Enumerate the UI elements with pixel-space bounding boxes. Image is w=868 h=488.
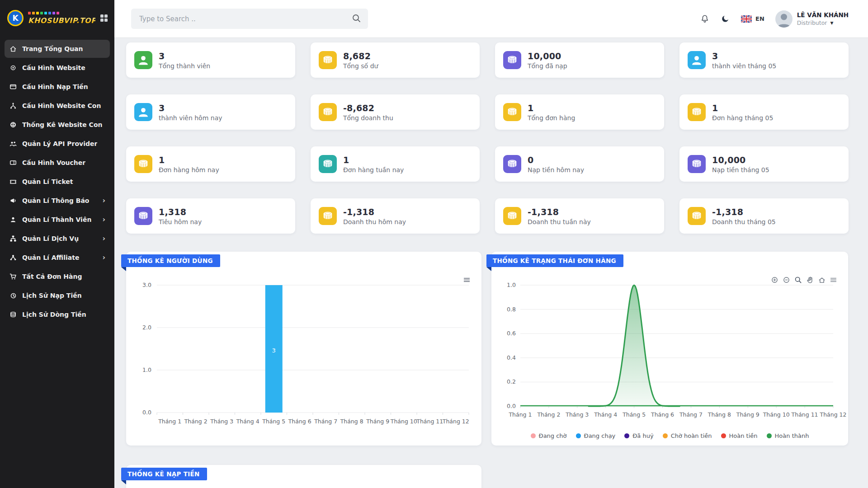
stat-label: Tổng số dư	[343, 62, 378, 70]
legend-item[interactable]: Hoàn tiền	[721, 432, 758, 439]
sidebar-item-14[interactable]: Lịch Sử Dòng Tiền	[5, 305, 110, 324]
chevron-right-icon: ›	[102, 197, 105, 204]
stat-card-2: 10,000Tổng đã nạp	[495, 42, 664, 78]
stat-label: thành viên hôm nay	[159, 114, 222, 122]
svg-text:Tháng 9: Tháng 9	[736, 411, 760, 418]
sidebar-item-label: Cấu Hình Website	[22, 64, 85, 71]
zoom-out-icon[interactable]	[783, 276, 790, 284]
sidebar-item-8[interactable]: Quản Lí Thông Báo›	[5, 192, 110, 210]
sidebar-item-9[interactable]: Quản Lí Thành Viên›	[5, 211, 110, 229]
coin-icon	[688, 103, 706, 121]
legend-label: Đang chạy	[584, 432, 616, 439]
legend-marker	[663, 433, 668, 438]
sidebar-item-3[interactable]: Cấu Hình Website Con	[5, 97, 110, 115]
reset-home-icon[interactable]	[818, 276, 826, 284]
stat-card-11: 10,000Nạp tiền tháng 05	[679, 146, 849, 182]
svg-text:Tháng 11: Tháng 11	[791, 411, 818, 418]
language-selector[interactable]: EN	[741, 15, 764, 23]
sidebar-item-13[interactable]: Lịch Sử Nạp Tiền	[5, 286, 110, 305]
stat-value: 0	[528, 155, 584, 165]
legend-item[interactable]: Đang chạy	[576, 432, 616, 439]
svg-text:Tháng 7: Tháng 7	[679, 411, 703, 418]
selection-zoom-icon[interactable]	[794, 276, 802, 284]
users-chart-title-ribbon: THỐNG KÊ NGƯỜI DÙNG	[121, 254, 220, 267]
stat-value: -1,318	[343, 207, 406, 217]
svg-text:Tháng 6: Tháng 6	[288, 418, 311, 425]
sidebar-item-label: Quản Lí Thành Viên	[22, 216, 91, 223]
user-menu[interactable]: LÊ VĂN KHÁNH Distributor ▼	[775, 10, 849, 28]
user-name: LÊ VĂN KHÁNH	[797, 11, 849, 19]
svg-text:Tháng 5: Tháng 5	[622, 411, 646, 418]
stat-card-13: -1,318Doanh thu hôm nay	[311, 198, 480, 234]
legend-label: Đã huỷ	[632, 432, 653, 439]
charts-row: THỐNG KÊ NGƯỜI DÙNG 0.01.02.03.0Tháng 1T…	[126, 252, 849, 446]
legend-item[interactable]: Đang chờ	[531, 432, 567, 439]
sidebar-item-2[interactable]: Cấu Hình Nạp Tiền	[5, 78, 110, 96]
sidebar-item-label: Lịch Sử Nạp Tiền	[22, 292, 82, 299]
svg-text:3.0: 3.0	[142, 282, 151, 288]
stat-card-7: 1Đơn hàng tháng 05	[679, 94, 849, 130]
search-icon	[352, 14, 361, 24]
legend-item[interactable]: Chờ hoàn tiền	[663, 432, 712, 439]
stat-value: -1,318	[528, 207, 591, 217]
stat-value: -1,318	[712, 207, 776, 217]
topbar-actions: EN LÊ VĂN KHÁNH Distributor ▼	[700, 10, 849, 28]
sidebar-item-4[interactable]: Thống Kê Website Con	[5, 116, 110, 134]
apps-grid-icon[interactable]	[100, 14, 108, 22]
search-input[interactable]	[139, 15, 348, 23]
stat-label: Đơn hàng tháng 05	[712, 114, 773, 122]
sidebar-item-11[interactable]: Quản Lí Affiliate›	[5, 249, 110, 267]
chart-legend: Đang chờĐang chạyĐã huỷChờ hoàn tiềnHoàn…	[491, 432, 848, 439]
zoom-in-icon[interactable]	[771, 276, 778, 284]
svg-text:Tháng 3: Tháng 3	[210, 418, 233, 425]
sidebar-item-10[interactable]: Quản Lí Dịch Vụ›	[5, 230, 110, 248]
user-role: Distributor	[797, 19, 827, 26]
sidebar-item-5[interactable]: Quản Lý API Provider	[5, 135, 110, 153]
menu-icon[interactable]	[830, 276, 837, 284]
stat-card-14: -1,318Doanh thu tuần này	[495, 198, 664, 234]
notifications-bell-icon[interactable]	[700, 14, 710, 24]
svg-text:2.0: 2.0	[142, 324, 151, 331]
stat-value: 1,318	[159, 207, 202, 217]
megaphone-icon	[9, 197, 17, 204]
legend-item[interactable]: Hoàn thành	[767, 432, 809, 439]
stat-label: Nạp tiền tháng 05	[712, 166, 769, 174]
svg-text:Tháng 12: Tháng 12	[442, 418, 469, 425]
sidebar-item-1[interactable]: Cấu Hình Website	[5, 59, 110, 77]
sidebar-item-12[interactable]: Tất Cả Đơn Hàng	[5, 267, 110, 286]
cart-icon	[9, 273, 17, 280]
svg-text:Tháng 4: Tháng 4	[594, 411, 617, 418]
svg-text:Tháng 11: Tháng 11	[416, 418, 443, 425]
sidebar-item-label: Quản Lý API Provider	[22, 140, 97, 147]
legend-item[interactable]: Đã huỷ	[624, 432, 653, 439]
sidebar-item-7[interactable]: Quản Lí Ticket	[5, 173, 110, 191]
svg-text:Tháng 9: Tháng 9	[366, 418, 389, 425]
sidebar-item-label: Trang Tổng Quan	[22, 45, 83, 52]
svg-text:Tháng 1: Tháng 1	[158, 418, 181, 425]
sidebar-item-0[interactable]: Trang Tổng Quan	[5, 40, 110, 58]
avatar	[775, 10, 793, 28]
coin-icon	[503, 155, 521, 173]
logo[interactable]: K	[7, 10, 24, 26]
svg-text:Tháng 12: Tháng 12	[820, 411, 847, 418]
legend-marker	[721, 433, 726, 438]
menu-icon[interactable]	[463, 276, 471, 284]
coin-icon	[134, 207, 152, 225]
sidebar-item-6[interactable]: Cấu Hình Voucher	[5, 154, 110, 172]
sidebar-menu: Trang Tổng QuanCấu Hình WebsiteCấu Hình …	[0, 36, 114, 327]
deposit-chart-title-ribbon: THỐNG KÊ NẠP TIỀN	[121, 468, 207, 480]
dark-mode-moon-icon[interactable]	[721, 14, 730, 23]
stat-value: 10,000	[528, 51, 567, 61]
pan-hand-icon[interactable]	[806, 276, 814, 284]
users-bar-chart: 0.01.02.03.0Tháng 1Tháng 2Tháng 3Tháng 4…	[126, 272, 481, 446]
search-button[interactable]	[348, 11, 364, 27]
svg-text:Tháng 2: Tháng 2	[184, 418, 208, 425]
stat-value: 3	[159, 103, 222, 113]
sidebar-item-label: Thống Kê Website Con	[22, 121, 102, 128]
svg-text:Tháng 4: Tháng 4	[236, 418, 259, 425]
order-status-chart-toolbar	[771, 276, 837, 284]
search-box	[131, 9, 368, 29]
sidebar-item-label: Tất Cả Đơn Hàng	[22, 273, 82, 280]
users-chart-card: THỐNG KÊ NGƯỜI DÙNG 0.01.02.03.0Tháng 1T…	[126, 252, 481, 446]
logo-text[interactable]: KHOSUBVIP.TOP	[28, 16, 95, 25]
